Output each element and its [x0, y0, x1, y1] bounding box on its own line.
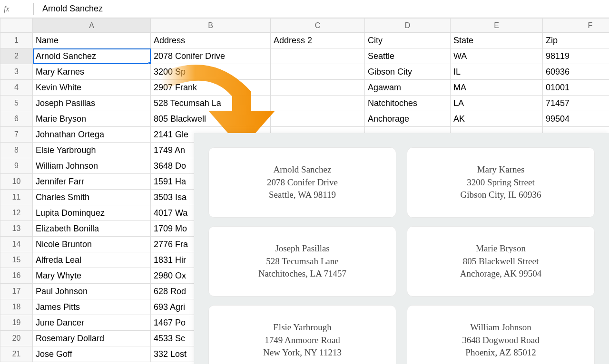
cell[interactable]: Charles Smith: [33, 190, 151, 205]
cell[interactable]: MA: [451, 80, 543, 96]
cell[interactable]: Joseph Pasillas: [33, 96, 151, 111]
cell[interactable]: Rosemary Dollard: [33, 331, 151, 346]
cell[interactable]: [271, 48, 365, 64]
cell[interactable]: [271, 64, 365, 80]
cell[interactable]: 2907 Frank: [151, 80, 271, 96]
cell[interactable]: Name: [33, 33, 151, 48]
cell[interactable]: City: [365, 33, 451, 48]
cell[interactable]: AK: [451, 111, 543, 127]
cell[interactable]: Mary Whyte: [33, 268, 151, 284]
formula-bar: fx: [0, 0, 609, 18]
table-row: 4Kevin White2907 FrankAgawamMA01001: [0, 80, 609, 96]
label-card: Mary Karnes 3200 Spring Street Gibson Ci…: [407, 147, 595, 218]
label-card: Arnold Sanchez 2078 Conifer Drive Seattl…: [208, 147, 396, 218]
row-header[interactable]: 9: [0, 158, 33, 174]
cell[interactable]: Anchorage: [365, 111, 451, 127]
cell[interactable]: Natchitoches: [365, 96, 451, 111]
cell[interactable]: 805 Blackwell: [151, 111, 271, 127]
row-header[interactable]: 4: [0, 80, 33, 96]
cell[interactable]: 60936: [543, 64, 609, 80]
cell[interactable]: Arnold Sanchez: [33, 48, 151, 64]
cell[interactable]: Zip: [543, 33, 609, 48]
row-header[interactable]: 10: [0, 174, 33, 190]
row-header[interactable]: 3: [0, 64, 33, 80]
cell[interactable]: [271, 80, 365, 96]
row-header[interactable]: 16: [0, 268, 33, 284]
formula-input[interactable]: [39, 2, 609, 16]
cell[interactable]: Nicole Brunton: [33, 237, 151, 252]
divider: [33, 3, 34, 15]
cell[interactable]: IL: [451, 64, 543, 80]
cell[interactable]: Seattle: [365, 48, 451, 64]
cell[interactable]: Paul Johnson: [33, 284, 151, 299]
cell[interactable]: Elizabeth Bonilla: [33, 221, 151, 237]
row-header[interactable]: 18: [0, 299, 33, 315]
label-citystate: Anchorage, AK 99504: [460, 268, 542, 280]
table-row: 2Arnold Sanchez2078 Conifer DriveSeattle…: [0, 48, 609, 64]
row-header[interactable]: 11: [0, 190, 33, 205]
col-header-B[interactable]: B: [151, 19, 271, 33]
cell[interactable]: Gibson City: [365, 64, 451, 80]
table-row: 1NameAddressAddress 2CityStateZip: [0, 33, 609, 48]
col-header-D[interactable]: D: [365, 19, 451, 33]
cell[interactable]: 99504: [543, 111, 609, 127]
cell[interactable]: Address: [151, 33, 271, 48]
cell[interactable]: Jose Goff: [33, 346, 151, 362]
cell[interactable]: State: [451, 33, 543, 48]
cell[interactable]: 01001: [543, 80, 609, 96]
labels-preview-panel: Arnold Sanchez 2078 Conifer Drive Seattl…: [194, 133, 609, 364]
row-header[interactable]: 12: [0, 205, 33, 221]
cell[interactable]: [271, 96, 365, 111]
row-header[interactable]: 7: [0, 127, 33, 143]
cell[interactable]: 2078 Conifer Drive: [151, 48, 271, 64]
select-all-corner[interactable]: [0, 19, 33, 33]
cell[interactable]: Kevin White: [33, 80, 151, 96]
cell[interactable]: [271, 111, 365, 127]
row-header[interactable]: 19: [0, 315, 33, 331]
row-header[interactable]: 14: [0, 237, 33, 252]
cell[interactable]: James Pitts: [33, 299, 151, 315]
col-header-F[interactable]: F: [543, 19, 609, 33]
col-header-A[interactable]: A: [33, 19, 151, 33]
label-citystate: Natchitoches, LA 71457: [258, 268, 346, 280]
row-header[interactable]: 21: [0, 346, 33, 362]
row-header[interactable]: 2: [0, 48, 33, 64]
cell[interactable]: Jennifer Farr: [33, 174, 151, 190]
fx-icon[interactable]: fx: [4, 5, 28, 13]
cell[interactable]: Mary Karnes: [33, 64, 151, 80]
cell[interactable]: Address 2: [271, 33, 365, 48]
label-name: Elsie Yarbrough: [273, 321, 331, 334]
table-row: 5Joseph Pasillas528 Tecumsah LaNatchitoc…: [0, 96, 609, 111]
cell[interactable]: Lupita Dominquez: [33, 205, 151, 221]
col-header-E[interactable]: E: [451, 19, 543, 33]
cell[interactable]: WA: [451, 48, 543, 64]
cell[interactable]: Agawam: [365, 80, 451, 96]
cell[interactable]: Marie Bryson: [33, 111, 151, 127]
cell[interactable]: 98119: [543, 48, 609, 64]
label-address: 1749 Anmoore Road: [265, 334, 340, 347]
cell[interactable]: June Dancer: [33, 315, 151, 331]
row-header[interactable]: 1: [0, 33, 33, 48]
cell[interactable]: 71457: [543, 96, 609, 111]
cell[interactable]: William Johnson: [33, 158, 151, 174]
cell[interactable]: LA: [451, 96, 543, 111]
label-name: Arnold Sanchez: [274, 163, 332, 176]
col-header-C[interactable]: C: [271, 19, 365, 33]
row-header[interactable]: 17: [0, 284, 33, 299]
row-header[interactable]: 20: [0, 331, 33, 346]
row-header[interactable]: 8: [0, 143, 33, 158]
cell[interactable]: Elsie Yarbrough: [33, 143, 151, 158]
cell[interactable]: 3200 Sp: [151, 64, 271, 80]
row-header[interactable]: 5: [0, 96, 33, 111]
row-header[interactable]: 15: [0, 252, 33, 268]
label-name: William Johnson: [470, 321, 531, 334]
label-card: Marie Bryson 805 Blackwell Street Anchor…: [407, 226, 595, 297]
label-citystate: Seattle, WA 98119: [269, 189, 336, 201]
label-card: Elsie Yarbrough 1749 Anmoore Road New Yo…: [208, 305, 396, 364]
cell[interactable]: Alfreda Leal: [33, 252, 151, 268]
table-row: 6Marie Bryson805 BlackwellAnchorageAK995…: [0, 111, 609, 127]
cell[interactable]: 528 Tecumsah La: [151, 96, 271, 111]
cell[interactable]: Johnathan Ortega: [33, 127, 151, 143]
row-header[interactable]: 13: [0, 221, 33, 237]
row-header[interactable]: 6: [0, 111, 33, 127]
